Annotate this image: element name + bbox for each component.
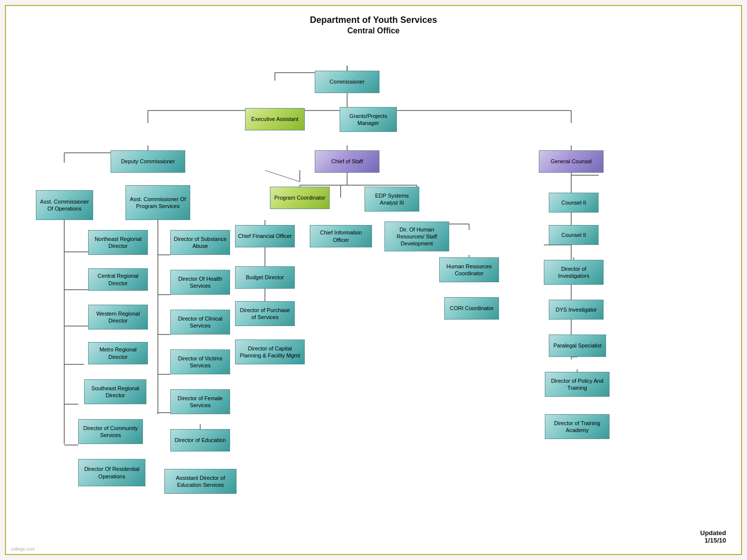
box-northeast_regional: Northeast Regional Director [88,230,148,255]
updated-info: Updated 1/15/10 [700,529,726,544]
box-chief_financial: Chief Financial Officer [235,225,295,247]
box-deputy_commissioner: Deputy Commissioner [111,150,185,173]
box-dir_education: Director of Education [170,429,230,451]
box-dir_purchase: Director of Purchase of Services [235,301,295,326]
sub-title: Central Office [11,26,736,35]
box-dir_investigators: Director of Investigators [544,260,604,285]
box-edp_analyst: EDP Systems Analyst III [365,187,419,212]
updated-date: 1/15/10 [705,537,726,544]
box-dir_substance_abuse: Director of Substance Abuse [170,230,230,255]
box-counsel_ii_1: Counsel II [549,193,599,213]
box-southeast_regional: Southeast Regional Director [84,379,146,404]
box-dir_residential: Director Of Residential Operations [78,459,145,486]
box-western_regional: Western Regional Director [88,305,148,330]
org-chart-page: Department of Youth Services Central Off… [5,5,742,555]
box-budget_director: Budget Director [235,266,295,289]
watermark: college.com [11,547,35,552]
box-dir_health: Director Of Health Services [170,270,230,295]
box-dir_capital: Director of Capital Planning & Facility … [235,339,305,364]
box-hr_coordinator: Human Resources Coordinator [439,257,499,282]
box-commissioner: Commissioner [315,71,379,93]
updated-label: Updated [700,529,726,537]
box-dir_female: Director of Female Services [170,389,230,414]
box-central_regional: Central Regional Director [88,268,148,291]
box-asst_comm_programs: Asst. Commissioner Of Program Services [125,185,190,220]
box-metro_regional: Metro Regional Director [88,342,148,364]
box-grants_manager: Grants/Projects Manager [340,107,397,132]
main-title: Department of Youth Services [11,15,736,25]
box-chief_of_staff: Chief of Staff [315,150,379,173]
box-dir_human_resources: Dir. Of Human Resources/ Staff Developme… [384,222,449,251]
box-dir_training_academy: Director of Training Academy [545,414,610,439]
box-dir_community: Director of Community Services [78,419,143,444]
box-paralegal_specialist: Paralegal Specialist [549,335,606,357]
box-dir_clinical: Director of Clinical Services [170,310,230,335]
box-general_counsel: General Counsel [539,150,604,173]
box-chief_information: Chief Information Officer [310,225,372,247]
box-dir_victims: Director of Victims Services [170,349,230,374]
box-asst_comm_ops: Asst. Commissioner Of Operations [36,190,93,220]
svg-line-35 [265,170,300,182]
box-dys_investigator: DYS Investigator [549,300,604,320]
box-counsel_ii_2: Counsel II [549,225,599,245]
box-cori_coordinator: CORI Coordinator [444,297,499,320]
box-dir_policy_training: Director of Policy And Training [545,372,610,397]
box-program_coordinator: Program Coordinator [270,187,330,209]
box-exec_assistant: Executive Assistant [245,108,305,130]
box-asst_dir_education: Assistant Director of Education Services [164,469,237,494]
